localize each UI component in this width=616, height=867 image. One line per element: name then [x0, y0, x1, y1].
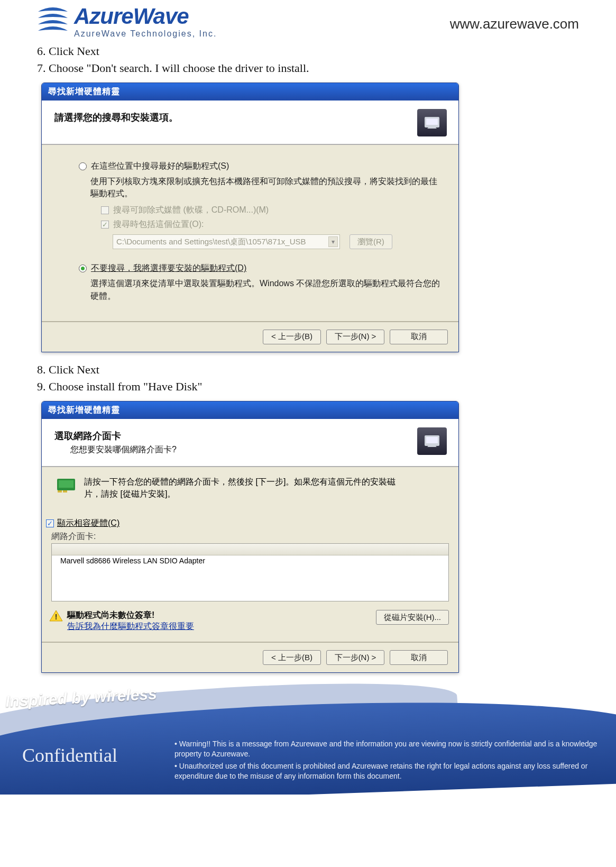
- step-7: 7. Choose "Don't search. I will choose t…: [37, 61, 579, 75]
- radio-search-locations[interactable]: 在這些位置中搜尋最好的驅動程式(S): [79, 161, 443, 172]
- warning-icon: !: [49, 610, 63, 622]
- wizard-device-icon: [417, 109, 447, 136]
- combo-value: C:\Documents and Settings\test\桌面\1057\8…: [116, 237, 306, 246]
- logo-mark-icon: [37, 5, 69, 34]
- dialog-subheading: 您想要安裝哪個網路介面卡?: [70, 444, 411, 455]
- dialog-heading: 請選擇您的搜尋和安裝選項。: [54, 111, 411, 124]
- radio1-description: 使用下列核取方塊來限制或擴充包括本機路徑和可卸除式媒體的預設搜尋，將安裝找到的最…: [90, 175, 443, 199]
- next-button[interactable]: 下一步(N) >: [326, 650, 384, 665]
- checkbox-include-location[interactable]: 搜尋時包括這個位置(O):: [101, 219, 443, 230]
- radio-icon: [79, 162, 87, 170]
- list-header: [52, 544, 448, 555]
- back-button[interactable]: < 上一步(B): [263, 650, 321, 665]
- checkbox-label: 顯示相容硬體(C): [57, 518, 119, 529]
- adapter-listbox[interactable]: Marvell sd8686 Wireless LAN SDIO Adapter: [51, 543, 449, 601]
- step-8: 8. Click Next: [37, 363, 579, 377]
- network-card-icon: [56, 476, 79, 495]
- radio-icon: [79, 264, 87, 272]
- svg-marker-8: [50, 610, 62, 621]
- chevron-down-icon: [328, 236, 338, 247]
- svg-text:!: !: [55, 613, 58, 621]
- wizard-dialog-search-options: 尋找新增硬體精靈 請選擇您的搜尋和安裝選項。 在這些位置中搜尋最好的驅動程式(S…: [41, 83, 459, 352]
- site-url: www.azurewave.com: [450, 16, 579, 32]
- radio2-description: 選擇這個選項來從清單中選取裝置驅動程式。Windows 不保證您所選取的驅動程式…: [90, 277, 443, 302]
- checkbox-icon: [101, 221, 109, 229]
- logo-subtitle: AzureWave Technologies, Inc.: [74, 30, 217, 38]
- dialog-title: 尋找新增硬體精靈: [42, 401, 458, 419]
- svg-rect-6: [58, 490, 62, 492]
- svg-rect-5: [59, 480, 73, 488]
- footer-confidential: Confidential: [22, 744, 117, 766]
- step-6: 6. Click Next: [37, 44, 579, 58]
- page-footer-band: Inspired by wireless Confidential • Warn…: [0, 683, 616, 795]
- step-9: 9. Choose install from "Have Disk": [37, 380, 579, 394]
- logo: AzureWave AzureWave Technologies, Inc.: [37, 5, 217, 38]
- logo-title: AzureWave: [74, 5, 217, 28]
- back-button[interactable]: < 上一步(B): [263, 330, 321, 344]
- wizard-dialog-select-adapter: 尋找新增硬體精靈 選取網路介面卡 您想要安裝哪個網路介面卡? 請按一下符合您的硬…: [41, 401, 459, 673]
- list-label: 網路介面卡:: [51, 531, 458, 542]
- checkbox-removable-media[interactable]: 搜尋可卸除式媒體 (軟碟，CD-ROM...)(M): [101, 205, 443, 216]
- cancel-button[interactable]: 取消: [390, 330, 448, 344]
- dialog-title: 尋找新增硬體精靈: [42, 83, 458, 101]
- svg-rect-7: [63, 490, 67, 492]
- disclaimer-line-2: • Unauthorized use of this document is p…: [174, 761, 600, 781]
- have-disk-button[interactable]: 從磁片安裝(H)...: [376, 610, 449, 625]
- location-path-combo[interactable]: C:\Documents and Settings\test\桌面\1057\8…: [113, 234, 340, 249]
- checkbox-show-compatible[interactable]: 顯示相容硬體(C): [46, 518, 458, 529]
- checkbox-label: 搜尋可卸除式媒體 (軟碟，CD-ROM...)(M): [113, 205, 269, 216]
- radio-dont-search[interactable]: 不要搜尋，我將選擇要安裝的驅動程式(D): [79, 263, 443, 274]
- checkbox-icon: [101, 206, 109, 214]
- footer-disclaimer: • Warning!! This is a message from Azure…: [174, 739, 600, 783]
- next-button[interactable]: 下一步(N) >: [326, 330, 384, 344]
- disclaimer-line-1: • Warning!! This is a message from Azure…: [174, 739, 600, 759]
- warning-link[interactable]: 告訴我為什麼驅動程式簽章很重要: [67, 621, 194, 632]
- checkbox-icon: [46, 519, 54, 527]
- radio-label: 不要搜尋，我將選擇要安裝的驅動程式(D): [91, 263, 246, 274]
- page-header: AzureWave AzureWave Technologies, Inc. w…: [37, 5, 579, 38]
- browse-button[interactable]: 瀏覽(R): [350, 234, 392, 249]
- svg-rect-3: [426, 437, 438, 443]
- list-item[interactable]: Marvell sd8686 Wireless LAN SDIO Adapter: [52, 555, 448, 566]
- wizard-device-icon: [417, 427, 447, 455]
- dialog-heading: 選取網路介面卡: [54, 430, 411, 442]
- instruction-text: 請按一下符合您的硬體的網路介面卡，然後按 [下一步]。如果您有這個元件的安裝磁片…: [84, 476, 411, 500]
- checkbox-label: 搜尋時包括這個位置(O):: [113, 219, 204, 230]
- cancel-button[interactable]: 取消: [390, 650, 448, 665]
- warning-title: 驅動程式尚未數位簽章!: [67, 610, 194, 621]
- radio-label: 在這些位置中搜尋最好的驅動程式(S): [91, 161, 229, 172]
- svg-rect-1: [426, 118, 438, 125]
